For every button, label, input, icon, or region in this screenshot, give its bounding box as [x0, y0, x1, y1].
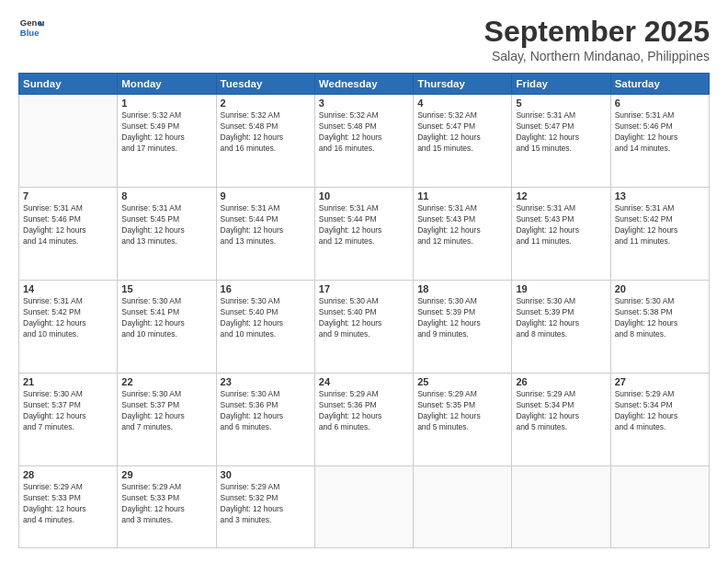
day-info: Sunrise: 5:30 AM Sunset: 5:38 PM Dayligh… [615, 296, 705, 340]
day-number: 6 [615, 98, 705, 109]
calendar-week-row: 21Sunrise: 5:30 AM Sunset: 5:37 PM Dayli… [19, 373, 710, 466]
day-info: Sunrise: 5:31 AM Sunset: 5:47 PM Dayligh… [516, 110, 606, 155]
table-row: 7Sunrise: 5:31 AM Sunset: 5:46 PM Daylig… [19, 188, 118, 281]
day-number: 10 [319, 190, 409, 201]
table-row: 14Sunrise: 5:31 AM Sunset: 5:42 PM Dayli… [19, 281, 118, 373]
day-number: 19 [516, 283, 606, 294]
calendar-week-row: 1Sunrise: 5:32 AM Sunset: 5:49 PM Daylig… [19, 95, 710, 188]
calendar-table: Sunday Monday Tuesday Wednesday Thursday… [18, 73, 710, 548]
table-row: 18Sunrise: 5:30 AM Sunset: 5:39 PM Dayli… [414, 281, 512, 373]
table-row: 5Sunrise: 5:31 AM Sunset: 5:47 PM Daylig… [512, 95, 610, 188]
logo: General Blue [18, 15, 44, 40]
table-row: 22Sunrise: 5:30 AM Sunset: 5:37 PM Dayli… [118, 373, 216, 466]
table-row: 28Sunrise: 5:29 AM Sunset: 5:33 PM Dayli… [19, 466, 118, 548]
day-number: 3 [319, 98, 409, 109]
calendar-week-row: 28Sunrise: 5:29 AM Sunset: 5:33 PM Dayli… [19, 466, 710, 548]
day-info: Sunrise: 5:32 AM Sunset: 5:48 PM Dayligh… [221, 110, 311, 155]
header-saturday: Saturday [610, 74, 709, 95]
day-number: 15 [121, 283, 211, 294]
day-info: Sunrise: 5:30 AM Sunset: 5:37 PM Dayligh… [121, 389, 211, 433]
day-info: Sunrise: 5:30 AM Sunset: 5:37 PM Dayligh… [23, 389, 113, 433]
header-wednesday: Wednesday [314, 74, 413, 95]
table-row: 3Sunrise: 5:32 AM Sunset: 5:48 PM Daylig… [314, 95, 413, 188]
calendar-week-row: 7Sunrise: 5:31 AM Sunset: 5:46 PM Daylig… [19, 188, 710, 281]
table-row: 30Sunrise: 5:29 AM Sunset: 5:32 PM Dayli… [216, 466, 314, 548]
day-info: Sunrise: 5:30 AM Sunset: 5:39 PM Dayligh… [417, 296, 507, 340]
day-info: Sunrise: 5:31 AM Sunset: 5:45 PM Dayligh… [121, 203, 211, 247]
table-row: 27Sunrise: 5:29 AM Sunset: 5:34 PM Dayli… [610, 373, 709, 466]
day-info: Sunrise: 5:29 AM Sunset: 5:34 PM Dayligh… [516, 389, 606, 433]
day-number: 20 [615, 283, 705, 294]
day-number: 2 [221, 98, 311, 109]
day-number: 12 [516, 190, 606, 201]
day-info: Sunrise: 5:29 AM Sunset: 5:32 PM Dayligh… [221, 482, 311, 526]
day-info: Sunrise: 5:31 AM Sunset: 5:46 PM Dayligh… [615, 110, 705, 155]
day-info: Sunrise: 5:31 AM Sunset: 5:42 PM Dayligh… [23, 296, 113, 340]
table-row: 24Sunrise: 5:29 AM Sunset: 5:36 PM Dayli… [314, 373, 413, 466]
day-number: 14 [23, 283, 113, 294]
header-tuesday: Tuesday [216, 74, 314, 95]
day-number: 28 [23, 469, 113, 480]
header: General Blue September 2025 Salay, North… [18, 15, 710, 63]
table-row [610, 466, 709, 548]
table-row: 29Sunrise: 5:29 AM Sunset: 5:33 PM Dayli… [118, 466, 216, 548]
header-sunday: Sunday [19, 74, 118, 95]
day-info: Sunrise: 5:32 AM Sunset: 5:48 PM Dayligh… [319, 110, 409, 155]
calendar-header-row: Sunday Monday Tuesday Wednesday Thursday… [19, 74, 710, 95]
day-number: 17 [319, 283, 409, 294]
day-info: Sunrise: 5:30 AM Sunset: 5:40 PM Dayligh… [221, 296, 311, 340]
day-number: 5 [516, 98, 606, 109]
logo-icon: General Blue [18, 15, 44, 40]
day-info: Sunrise: 5:31 AM Sunset: 5:43 PM Dayligh… [417, 203, 507, 247]
day-number: 1 [121, 98, 211, 109]
day-info: Sunrise: 5:29 AM Sunset: 5:34 PM Dayligh… [615, 389, 705, 433]
table-row: 20Sunrise: 5:30 AM Sunset: 5:38 PM Dayli… [610, 281, 709, 373]
day-info: Sunrise: 5:29 AM Sunset: 5:33 PM Dayligh… [23, 482, 113, 526]
table-row: 15Sunrise: 5:30 AM Sunset: 5:41 PM Dayli… [118, 281, 216, 373]
table-row: 21Sunrise: 5:30 AM Sunset: 5:37 PM Dayli… [19, 373, 118, 466]
table-row: 16Sunrise: 5:30 AM Sunset: 5:40 PM Dayli… [216, 281, 314, 373]
day-info: Sunrise: 5:31 AM Sunset: 5:44 PM Dayligh… [319, 203, 409, 247]
day-number: 23 [221, 376, 311, 387]
day-info: Sunrise: 5:32 AM Sunset: 5:47 PM Dayligh… [417, 110, 507, 155]
month-title: September 2025 [484, 15, 710, 49]
day-info: Sunrise: 5:30 AM Sunset: 5:36 PM Dayligh… [221, 389, 311, 433]
table-row: 17Sunrise: 5:30 AM Sunset: 5:40 PM Dayli… [314, 281, 413, 373]
day-info: Sunrise: 5:29 AM Sunset: 5:35 PM Dayligh… [417, 389, 507, 433]
table-row [314, 466, 413, 548]
table-row: 4Sunrise: 5:32 AM Sunset: 5:47 PM Daylig… [414, 95, 512, 188]
day-info: Sunrise: 5:30 AM Sunset: 5:39 PM Dayligh… [516, 296, 606, 340]
title-block: September 2025 Salay, Northern Mindanao,… [484, 15, 710, 63]
table-row: 13Sunrise: 5:31 AM Sunset: 5:42 PM Dayli… [610, 188, 709, 281]
page: General Blue September 2025 Salay, North… [0, 0, 728, 563]
table-row: 1Sunrise: 5:32 AM Sunset: 5:49 PM Daylig… [118, 95, 216, 188]
location-title: Salay, Northern Mindanao, Philippines [484, 49, 710, 63]
table-row [512, 466, 610, 548]
day-info: Sunrise: 5:30 AM Sunset: 5:40 PM Dayligh… [319, 296, 409, 340]
table-row [19, 95, 118, 188]
day-number: 27 [615, 376, 705, 387]
day-number: 16 [221, 283, 311, 294]
day-info: Sunrise: 5:29 AM Sunset: 5:33 PM Dayligh… [121, 482, 211, 526]
day-number: 8 [121, 190, 211, 201]
day-info: Sunrise: 5:31 AM Sunset: 5:46 PM Dayligh… [23, 203, 113, 247]
day-info: Sunrise: 5:32 AM Sunset: 5:49 PM Dayligh… [121, 110, 211, 155]
table-row: 6Sunrise: 5:31 AM Sunset: 5:46 PM Daylig… [610, 95, 709, 188]
day-number: 26 [516, 376, 606, 387]
day-number: 29 [121, 469, 211, 480]
day-number: 30 [221, 469, 311, 480]
table-row: 9Sunrise: 5:31 AM Sunset: 5:44 PM Daylig… [216, 188, 314, 281]
header-monday: Monday [118, 74, 216, 95]
day-number: 7 [23, 190, 113, 201]
day-number: 9 [221, 190, 311, 201]
table-row: 25Sunrise: 5:29 AM Sunset: 5:35 PM Dayli… [414, 373, 512, 466]
table-row: 8Sunrise: 5:31 AM Sunset: 5:45 PM Daylig… [118, 188, 216, 281]
day-info: Sunrise: 5:31 AM Sunset: 5:44 PM Dayligh… [221, 203, 311, 247]
day-number: 4 [417, 98, 507, 109]
day-info: Sunrise: 5:31 AM Sunset: 5:42 PM Dayligh… [615, 203, 705, 247]
table-row: 26Sunrise: 5:29 AM Sunset: 5:34 PM Dayli… [512, 373, 610, 466]
day-info: Sunrise: 5:30 AM Sunset: 5:41 PM Dayligh… [121, 296, 211, 340]
day-number: 11 [417, 190, 507, 201]
day-number: 22 [121, 376, 211, 387]
day-number: 13 [615, 190, 705, 201]
